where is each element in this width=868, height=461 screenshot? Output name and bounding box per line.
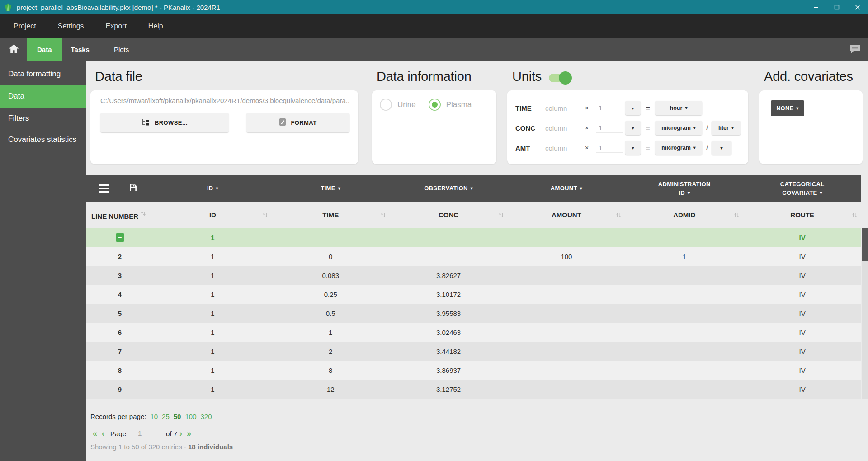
home-icon (8, 44, 19, 55)
page-size-50[interactable]: 50 (174, 413, 181, 420)
individuals-count: 18 individuals (188, 443, 233, 451)
table-row[interactable]: − 1 IV (86, 228, 861, 247)
home-button[interactable] (0, 38, 27, 61)
time-factor-dropdown[interactable] (625, 101, 641, 115)
multiply-sign: × (585, 144, 589, 151)
tab-data[interactable]: Data (27, 38, 62, 61)
add-covariates-title: Add. covariates (764, 69, 853, 84)
page-count-label: of 7 (166, 430, 177, 437)
scrollbar-thumb[interactable] (862, 228, 868, 261)
main-content: Data file Data information Units Add. co… (86, 61, 868, 461)
toolbar-time-dropdown[interactable]: TIME (272, 184, 390, 193)
covariates-none-dropdown[interactable]: NONE (771, 100, 804, 116)
pkanalix-window: project_parallel_absBioavailability.pkx … (0, 0, 868, 461)
sort-icon[interactable] (498, 211, 504, 219)
browse-button[interactable]: BROWSE... (100, 113, 229, 132)
conc-denominator-dropdown[interactable]: liter (712, 121, 741, 135)
page-number-input[interactable] (131, 428, 157, 439)
sort-icon[interactable] (380, 211, 386, 219)
table-row[interactable]: 4 1 0.25 3.10172 IV (86, 285, 861, 304)
maximize-button[interactable] (826, 0, 847, 14)
page-size-320[interactable]: 320 (201, 413, 212, 420)
close-button[interactable] (847, 0, 868, 14)
comment-icon[interactable] (849, 44, 861, 56)
sidebar-item-filters[interactable]: Filters (0, 108, 86, 129)
plasma-radio[interactable] (429, 99, 441, 111)
previous-page-button[interactable]: ‹ (99, 429, 107, 438)
format-label: FORMAT (291, 119, 316, 126)
table-row[interactable]: 3 1 0.083 3.82627 IV (86, 266, 861, 285)
equals-sign: = (646, 104, 650, 112)
conc-factor-dropdown[interactable] (625, 121, 641, 135)
header-line-number[interactable]: LINE NUMBER (86, 210, 154, 220)
toolbar-categorical-covariate-dropdown[interactable]: CATEGORICAL COVARIATE (743, 180, 861, 198)
conc-numerator-dropdown[interactable]: microgram (655, 121, 702, 135)
menu-project[interactable]: Project (14, 22, 36, 30)
header-time[interactable]: TIME (272, 211, 390, 219)
divide-sign: / (706, 144, 708, 152)
collapse-row-icon[interactable]: − (116, 233, 124, 242)
units-panel: TIME column × = hour CONC column × = mic… (507, 90, 748, 164)
toolbar-observation-dropdown[interactable]: OBSERVATION (390, 184, 508, 193)
sort-icon[interactable] (852, 211, 858, 219)
save-icon[interactable] (129, 183, 137, 194)
menu-help[interactable]: Help (148, 22, 163, 30)
sort-icon[interactable] (140, 210, 146, 217)
units-toggle[interactable] (549, 74, 571, 82)
table-toolbar: ID TIME OBSERVATION AMOUNT ADMINISTRATIO… (86, 175, 861, 202)
table-scrollbar[interactable] (862, 228, 868, 399)
sort-icon[interactable] (734, 211, 740, 219)
menu-settings[interactable]: Settings (58, 22, 84, 30)
tab-plots[interactable]: Plots (105, 38, 138, 61)
sidebar-item-covariates-statistics[interactable]: Covariates statistics (0, 129, 86, 151)
table-row[interactable]: 9 1 12 3.12752 IV (86, 380, 861, 399)
table-row[interactable]: 5 1 0.5 3.95583 IV (86, 304, 861, 323)
tab-bar: Data Tasks Plots (0, 38, 868, 61)
table-menu-icon[interactable] (99, 184, 109, 193)
sidebar-item-data[interactable]: Data (0, 85, 86, 108)
minimize-button[interactable] (806, 0, 826, 14)
equals-sign: = (646, 144, 650, 152)
header-route[interactable]: ROUTE (743, 211, 861, 219)
data-information-title: Data information (377, 69, 472, 84)
table-row[interactable]: 7 1 2 3.44182 IV (86, 342, 861, 361)
urine-label: Urine (397, 100, 416, 109)
header-id[interactable]: ID (154, 211, 272, 219)
pagination: « ‹ Page of 7 › » (90, 428, 193, 439)
table-row[interactable]: 6 1 1 3.02463 IV (86, 323, 861, 342)
toolbar-amount-dropdown[interactable]: AMOUNT (508, 184, 626, 193)
amt-factor-input[interactable] (596, 143, 623, 153)
page-size-25[interactable]: 25 (162, 413, 170, 420)
page-size-10[interactable]: 10 (150, 413, 158, 420)
header-conc[interactable]: CONC (390, 211, 508, 219)
urine-radio[interactable] (380, 99, 392, 111)
table-row[interactable]: 8 1 8 3.86937 IV (86, 361, 861, 380)
amt-denominator-dropdown[interactable] (712, 141, 731, 155)
conc-factor-input[interactable] (596, 123, 623, 133)
conc-column-label: column (545, 124, 567, 132)
first-page-button[interactable]: « (90, 429, 99, 438)
table-row[interactable]: 2 1 0 100 1 IV (86, 247, 861, 266)
page-size-100[interactable]: 100 (185, 413, 196, 420)
records-label: Records per page: (90, 413, 146, 420)
header-admid[interactable]: ADMID (625, 211, 743, 219)
menu-export[interactable]: Export (106, 22, 127, 30)
sort-icon[interactable] (616, 211, 622, 219)
amt-factor-dropdown[interactable] (625, 141, 641, 155)
format-button[interactable]: FORMAT (246, 113, 349, 132)
tab-tasks[interactable]: Tasks (62, 38, 99, 61)
data-table: ID TIME OBSERVATION AMOUNT ADMINISTRATIO… (86, 175, 861, 399)
sidebar-item-data-formatting[interactable]: Data formatting (0, 64, 86, 85)
time-unit-dropdown[interactable]: hour (655, 101, 702, 115)
last-page-button[interactable]: » (184, 429, 193, 438)
next-page-button[interactable]: › (177, 429, 184, 438)
sidebar: Data formatting Data Filters Covariates … (0, 61, 86, 461)
amt-numerator-dropdown[interactable]: microgram (655, 141, 702, 155)
sort-icon[interactable] (262, 211, 268, 219)
equals-sign: = (646, 124, 650, 132)
header-amount[interactable]: AMOUNT (508, 211, 626, 219)
toolbar-administration-id-dropdown[interactable]: ADMINISTRATION ID (625, 180, 743, 198)
data-file-path: C:/Users/mtwar/lixoft/pkanalix/pkanalix2… (100, 97, 350, 104)
toolbar-id-dropdown[interactable]: ID (154, 184, 272, 193)
time-factor-input[interactable] (596, 103, 623, 113)
